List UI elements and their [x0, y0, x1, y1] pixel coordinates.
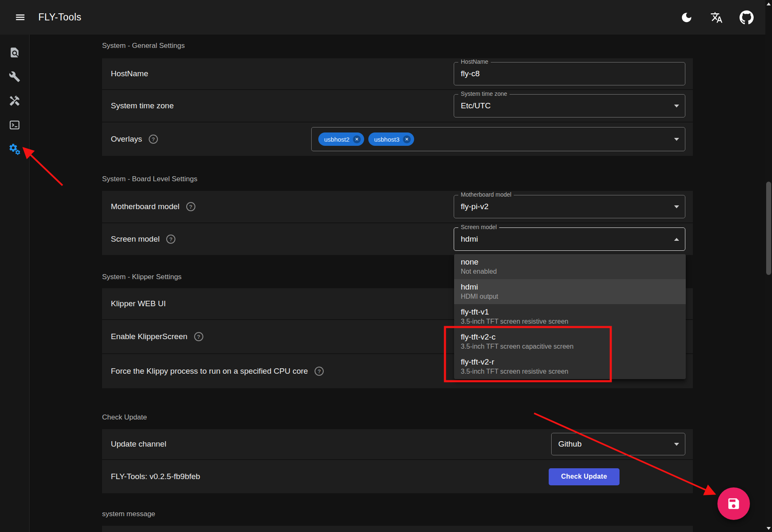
timezone-select[interactable]: System time zone Etc/UTC: [454, 94, 685, 117]
moon-glyph: [680, 11, 693, 24]
help-icon[interactable]: ?: [149, 135, 158, 144]
chevron-down-icon: [674, 205, 679, 208]
menu-item-title: fly-tft-v2-r: [461, 357, 679, 367]
sidebar-item-tools[interactable]: [6, 70, 23, 84]
github-glyph: [740, 10, 754, 25]
menu-item-fly-tft-v2-c[interactable]: fly-tft-v2-c 3.5-inch TFT screen capacit…: [454, 329, 686, 354]
app-bar: FLY-Tools: [0, 0, 772, 35]
github-icon[interactable]: [738, 9, 755, 26]
handyman-tools-icon: [9, 95, 20, 107]
scroll-down-icon[interactable]: [765, 525, 772, 532]
fly-tools-app: FLY-Tools: [0, 0, 772, 532]
motherboard-label: Motherboard model: [111, 202, 180, 211]
sidebar: [0, 35, 30, 532]
translate-glyph: [710, 11, 723, 24]
row-partial: [102, 526, 693, 532]
chip-label: usbhost3: [374, 136, 400, 143]
update-channel-label: Update channel: [111, 440, 166, 449]
screen-model-select[interactable]: Screen model hdmi: [454, 227, 685, 251]
chip-label: usbhost2: [324, 136, 350, 143]
menu-item-title: none: [461, 257, 679, 267]
sidebar-item-settings-active[interactable]: [6, 142, 23, 156]
update-channel-value: Github: [558, 440, 582, 449]
chevron-down-icon: [674, 138, 679, 141]
sidebar-item-terminal[interactable]: [6, 118, 23, 132]
menu-item-fly-tft-v1[interactable]: fly-tft-v1 3.5-inch TFT screen resistive…: [454, 304, 686, 329]
menu-item-title: fly-tft-v1: [461, 307, 679, 317]
row-motherboard: Motherboard model ? Motherboard model fl…: [102, 191, 693, 222]
hostname-label: HostName: [111, 69, 148, 78]
motherboard-field-label: Motherboard model: [458, 191, 514, 198]
chevron-up-icon: [674, 238, 679, 241]
scrollbar: [765, 0, 772, 532]
version-label: FLY-Tools: v0.2.5-fb9bfeb: [111, 472, 200, 481]
chip-close-icon[interactable]: ✕: [403, 135, 411, 143]
help-icon[interactable]: ?: [194, 332, 203, 341]
hostname-input[interactable]: HostName fly-c8: [454, 62, 685, 85]
menu-item-subtitle: HDMI output: [461, 292, 679, 301]
file-search-icon: [9, 47, 20, 58]
row-timezone: System time zone System time zone Etc/UT…: [102, 90, 693, 122]
translate-icon[interactable]: [708, 9, 725, 26]
check-update-button[interactable]: Check Update: [549, 468, 620, 485]
row-overlays: Overlays ? usbhost2 ✕ usbhost3 ✕: [102, 122, 693, 156]
help-icon[interactable]: ?: [186, 202, 195, 211]
hamburger-menu-icon[interactable]: [11, 8, 29, 27]
chevron-down-icon: [674, 443, 679, 446]
screen-field-value: hdmi: [461, 235, 478, 244]
section-title-message: system message: [102, 510, 693, 518]
timezone-field-value: Etc/UTC: [461, 101, 491, 110]
chip-usbhost3[interactable]: usbhost3 ✕: [368, 132, 414, 146]
klipper-web-ui-label: Klipper WEB UI: [111, 299, 166, 308]
timezone-field-label: System time zone: [458, 90, 510, 97]
overlays-select[interactable]: usbhost2 ✕ usbhost3 ✕: [311, 127, 685, 151]
scrollbar-thumb[interactable]: [766, 182, 771, 275]
row-hostname: HostName HostName fly-c8: [102, 58, 693, 89]
motherboard-field-value: fly-pi-v2: [461, 202, 489, 211]
help-icon[interactable]: ?: [166, 235, 175, 244]
row-version: FLY-Tools: v0.2.5-fb9bfeb Check Update: [102, 460, 693, 493]
wrench-icon: [9, 71, 20, 82]
menu-item-fly-tft-v2-r[interactable]: fly-tft-v2-r 3.5-inch TFT screen resisti…: [454, 354, 686, 379]
sidebar-item-services[interactable]: [6, 94, 23, 108]
menu-item-subtitle: Not enabled: [461, 267, 679, 276]
overlays-label: Overlays: [111, 135, 142, 144]
menu-item-subtitle: 3.5-inch TFT screen resistive screen: [461, 317, 679, 326]
klippy-cpu-label: Force the Klippy process to run on a spe…: [111, 367, 308, 376]
save-fab-button[interactable]: [717, 487, 750, 520]
chip-close-icon[interactable]: ✕: [353, 135, 361, 143]
motherboard-select[interactable]: Motherboard model fly-pi-v2: [454, 195, 685, 218]
section-title-general: System - General Settings: [102, 42, 693, 50]
hamburger-glyph: [15, 12, 26, 23]
screen-model-menu: none Not enabled hdmi HDMI output fly-tf…: [454, 254, 686, 379]
terminal-icon: [9, 119, 20, 131]
menu-item-hdmi[interactable]: hdmi HDMI output: [454, 279, 686, 304]
menu-item-subtitle: 3.5-inch TFT screen capacitive screen: [461, 342, 679, 351]
menu-item-title: fly-tft-v2-c: [461, 332, 679, 342]
hostname-field-value: fly-c8: [461, 69, 480, 78]
sidebar-item-system-info[interactable]: [6, 45, 23, 60]
section-title-update: Check Update: [102, 413, 693, 422]
klipperscreen-label: Enable KlipperScreen: [111, 332, 187, 341]
row-screen-model: Screen model ? Screen model hdmi: [102, 223, 693, 255]
chip-usbhost2[interactable]: usbhost2 ✕: [318, 132, 364, 146]
help-icon[interactable]: ?: [315, 367, 324, 376]
hostname-field-label: HostName: [458, 58, 491, 65]
scroll-up-icon[interactable]: [765, 0, 772, 7]
dark-mode-icon[interactable]: [678, 9, 695, 26]
settings-gears-icon: [8, 143, 21, 155]
update-channel-select[interactable]: Github: [551, 433, 685, 455]
app-title: FLY-Tools: [38, 12, 81, 23]
timezone-label: System time zone: [111, 101, 174, 110]
save-icon: [727, 497, 741, 511]
appbar-actions: [678, 9, 755, 26]
screen-field-label: Screen model: [458, 224, 499, 230]
section-title-board: System - Board Level Settings: [102, 175, 693, 183]
screen-model-label: Screen model: [111, 235, 160, 244]
chevron-down-icon: [674, 105, 679, 107]
row-update-channel: Update channel Github: [102, 429, 693, 459]
menu-item-title: hdmi: [461, 282, 679, 292]
menu-item-none[interactable]: none Not enabled: [454, 254, 686, 279]
menu-item-subtitle: 3.5-inch TFT screen resistive screen: [461, 367, 679, 376]
